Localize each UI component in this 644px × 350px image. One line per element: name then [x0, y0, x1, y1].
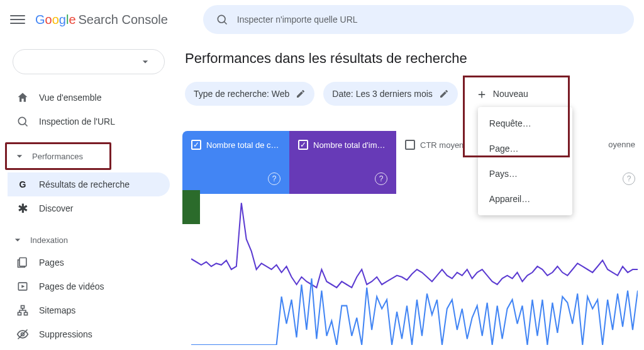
search-icon — [216, 13, 228, 26]
filter-dropdown: Requête… Page… Pays… Appareil… — [478, 107, 572, 215]
pencil-icon — [439, 89, 449, 99]
line-chart — [191, 194, 638, 345]
chart — [182, 194, 638, 345]
pencil-icon — [296, 89, 306, 99]
dropdown-item-query[interactable]: Requête… — [478, 111, 572, 136]
metric-impressions[interactable]: Nombre total d'im… ? — [289, 131, 396, 194]
svg-rect-4 — [19, 258, 26, 266]
annotation-highlight-performances: Performances — [5, 142, 111, 170]
asterisk-icon: ✱ — [16, 202, 29, 215]
sidebar-item-label: Vue d'ensemble — [39, 93, 101, 103]
sidebar-item-label: Inspection de l'URL — [39, 116, 115, 127]
sidebar-item-results[interactable]: G Résultats de recherche — [8, 172, 170, 196]
svg-point-2 — [18, 117, 26, 125]
sidebar-item-sitemaps[interactable]: Sitemaps — [8, 298, 170, 322]
metric-position[interactable]: oyenne ? — [575, 131, 644, 194]
metrics-row: Nombre total de c… ? Nombre total d'im… … — [182, 131, 644, 194]
metric-clicks[interactable]: Nombre total de c… ? — [182, 131, 289, 194]
pages-icon — [16, 256, 29, 269]
chip-search-type[interactable]: Type de recherche: Web — [185, 82, 314, 106]
g-icon: G — [16, 178, 29, 191]
help-icon[interactable]: ? — [375, 172, 387, 185]
home-icon — [16, 91, 29, 104]
sidebar-section-indexation[interactable]: Indexation — [8, 229, 170, 251]
add-filter-label: Nouveau — [493, 89, 528, 99]
checked-icon — [191, 140, 201, 150]
green-strip — [182, 190, 200, 224]
sidebar-item-videos[interactable]: Pages de vidéos — [8, 274, 170, 298]
video-icon — [16, 280, 29, 293]
sidebar-item-discover[interactable]: ✱ Discover — [8, 196, 170, 220]
sidebar-item-overview[interactable]: Vue d'ensemble — [8, 86, 170, 110]
app-title: Search Console — [79, 13, 168, 27]
sitemap-icon — [16, 304, 29, 317]
sidebar-section-performances[interactable]: Performances — [9, 145, 87, 167]
sidebar-item-inspect[interactable]: Inspection de l'URL — [8, 110, 170, 133]
search-placeholder: Inspecter n'importe quelle URL — [237, 14, 358, 25]
dropdown-item-country[interactable]: Pays… — [478, 161, 572, 186]
checked-icon — [298, 140, 308, 150]
sidebar: Vue d'ensemble Inspection de l'URL Perfo… — [0, 39, 176, 350]
svg-rect-8 — [25, 312, 28, 315]
metric-label: Nombre total de c… — [206, 140, 279, 150]
svg-rect-7 — [18, 312, 21, 315]
sidebar-section-label: Indexation — [30, 235, 68, 245]
google-word: Google — [35, 13, 76, 27]
sidebar-item-label: Discover — [39, 203, 73, 213]
metric-label: oyenne — [608, 140, 635, 149]
eye-off-icon — [16, 328, 29, 341]
dropdown-item-page[interactable]: Page… — [478, 136, 572, 161]
caret-down-icon — [13, 150, 26, 162]
caret-down-icon — [139, 55, 152, 68]
sidebar-item-removals[interactable]: Suppressions — [8, 322, 170, 346]
sidebar-item-label: Pages de vidéos — [39, 281, 104, 291]
svg-point-0 — [218, 15, 225, 23]
sidebar-section-label: Performances — [32, 152, 83, 161]
magnifier-icon — [16, 115, 29, 128]
help-icon[interactable]: ? — [268, 172, 280, 185]
plus-icon: ＋ — [475, 86, 488, 103]
sidebar-item-label: Résultats de recherche — [39, 179, 130, 189]
svg-line-1 — [225, 22, 227, 25]
chip-label: Date: Les 3 derniers mois — [332, 89, 433, 99]
add-filter-button[interactable]: ＋ Nouveau — [467, 82, 537, 106]
hamburger-menu[interactable] — [10, 12, 25, 27]
svg-rect-6 — [21, 306, 25, 308]
metric-label: CTR moyen — [420, 140, 464, 150]
svg-line-3 — [25, 124, 28, 127]
unchecked-icon — [405, 140, 415, 150]
page-title: Performances dans les résultats de reche… — [185, 50, 644, 67]
sidebar-item-label: Sitemaps — [39, 305, 75, 315]
dropdown-item-device[interactable]: Appareil… — [478, 186, 572, 212]
metric-label: Nombre total d'im… — [313, 140, 385, 150]
property-selector[interactable] — [13, 49, 165, 74]
caret-down-icon — [11, 234, 24, 246]
sidebar-item-label: Pages — [39, 257, 64, 268]
help-icon[interactable]: ? — [623, 172, 635, 185]
sidebar-item-pages[interactable]: Pages — [8, 251, 170, 274]
url-inspect-field[interactable]: Inspecter n'importe quelle URL — [203, 5, 634, 34]
app-logo: Google Search Console — [35, 13, 168, 27]
chip-date[interactable]: Date: Les 3 derniers mois — [323, 82, 458, 106]
sidebar-item-label: Suppressions — [39, 329, 92, 339]
chip-label: Type de recherche: Web — [194, 89, 289, 99]
